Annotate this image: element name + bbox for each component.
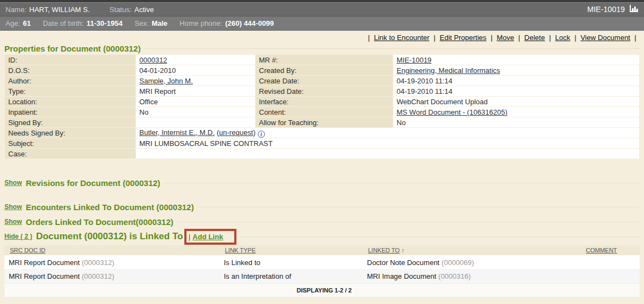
phone-label: Home phone: — [179, 19, 222, 27]
field-label-dos: D.O.S: — [5, 65, 135, 75]
allow-teaching-value: No — [393, 117, 639, 127]
signed-by-value — [136, 117, 255, 127]
field-label-author: Author: — [5, 76, 135, 86]
paren: ) — [253, 128, 255, 137]
col-comment[interactable]: COMMENT — [586, 247, 617, 254]
linked-to-doc-id: (0000316) — [438, 272, 471, 280]
divider — [241, 237, 640, 237]
needs-signed-by-link[interactable]: Butler, Internist E., M.D. — [139, 128, 214, 137]
field-label-create-date: Create Date: — [256, 76, 393, 86]
action-separator: | — [368, 33, 370, 42]
patient-phone: (260) 444-0099 — [225, 19, 274, 27]
field-label-interface: Interface: — [256, 97, 393, 106]
sex-label: Sex: — [134, 19, 149, 27]
location-value: Office — [136, 97, 255, 106]
table-row: ID: 0000312 MR #: MIE-10019 — [5, 55, 639, 65]
link-type: Is Linked to — [219, 256, 363, 269]
table-row: Case: — [5, 149, 639, 159]
lock-link[interactable]: Lock — [555, 33, 570, 42]
interface-value: WebChart Document Upload — [393, 97, 639, 106]
field-label-revised-date: Revised Date: — [256, 86, 393, 96]
content-link[interactable]: MS Word Document - (106316205) — [397, 108, 507, 116]
col-src-doc-id[interactable]: SRC DOC ID — [10, 247, 46, 254]
case-value — [136, 149, 639, 159]
action-separator: | — [549, 33, 551, 42]
patient-banner-row2: Age: 61 Date of birth: 11-30-1954 Sex: M… — [0, 16, 644, 31]
patient-age: 61 — [23, 19, 31, 27]
col-link-type[interactable]: LINK TYPE — [225, 247, 256, 254]
table-footer-row: DISPLAYING 1-2 / 2 — [4, 283, 640, 297]
patient-status: Active — [134, 5, 154, 14]
field-label-subject: Subject: — [5, 138, 135, 148]
section-linked-to: Hide ( 2 ) Document (0000312) is Linked … — [4, 228, 640, 245]
table-header-row: SRC DOC ID LINK TYPE LINKED TO↑ COMMENT — [4, 245, 640, 256]
patient-banner-row1: Name: HART, WILLIAM S. Status: Active MI… — [0, 2, 644, 16]
move-link[interactable]: Move — [496, 33, 514, 42]
dob-label: Date of birth: — [43, 19, 83, 27]
un-request-link[interactable]: un-request — [219, 128, 253, 137]
divider — [198, 207, 640, 207]
separator: | — [189, 233, 190, 241]
show-revisions-link[interactable]: Show — [4, 179, 22, 187]
table-row: Type: MRI Report Revised Date: 04-19-201… — [5, 86, 639, 96]
action-separator: | — [490, 33, 492, 42]
add-link-annotation-box: | Add Link — [184, 229, 236, 245]
view-document-link[interactable]: View Document — [580, 33, 630, 42]
create-date-value: 04-19-2010 11:14 — [393, 76, 639, 86]
encounters-title: Encounters Linked To Document (0000312) — [26, 202, 194, 212]
table-row: MRI Report Document (0000312) Is Linked … — [4, 256, 640, 269]
src-doc: MRI Report Document — [9, 272, 80, 280]
section-revisions: Show Revisions for Document (0000312) — [4, 178, 640, 188]
linked-to-doc: Doctor Note Document — [367, 258, 439, 267]
revised-date-value: 04-19-2010 11:14 — [393, 86, 639, 96]
hide-linked-link[interactable]: Hide ( 2 ) — [4, 233, 32, 240]
sort-ascending-icon[interactable]: ↑ — [402, 247, 405, 254]
field-label-needs-signed-by: Needs Signed By: — [5, 128, 135, 138]
field-label-location: Location: — [5, 97, 135, 106]
action-separator: | — [574, 33, 576, 42]
edit-properties-link[interactable]: Edit Properties — [440, 33, 487, 42]
delete-link[interactable]: Delete — [524, 33, 545, 42]
linked-to-doc: MRI Image Document — [367, 272, 436, 280]
type-value: MRI Report — [136, 86, 255, 96]
show-encounters-link[interactable]: Show — [4, 203, 22, 211]
comment — [580, 269, 640, 283]
divider — [165, 183, 640, 183]
author-link[interactable]: Sample, John M. — [139, 77, 193, 85]
table-row: Author: Sample, John M. Create Date: 04-… — [5, 76, 639, 86]
action-separator: | — [433, 33, 435, 42]
section-orders: Show Orders Linked To Document(0000312) — [4, 217, 640, 227]
name-label: Name: — [5, 5, 26, 14]
paging-status: DISPLAYING 1-2 / 2 — [4, 283, 640, 297]
table-row: Subject: MRI LUMBOSACRAL SPINE CONTRAST — [5, 138, 639, 148]
divider — [145, 48, 640, 49]
show-orders-link[interactable]: Show — [4, 218, 22, 226]
dos-value: 04-01-2010 — [136, 65, 255, 75]
field-label-allow-teaching: Allow for Teaching: — [256, 117, 393, 127]
properties-table: ID: 0000312 MR #: MIE-10019 D.O.S: 04-01… — [4, 54, 640, 159]
mr-number-link[interactable]: MIE-10019 — [397, 56, 432, 64]
table-row: D.O.S: 04-01-2010 Created By: Engineerin… — [5, 65, 639, 75]
comment — [580, 256, 640, 269]
created-by-link[interactable]: Engineering, Medical Informatics — [397, 66, 500, 75]
patient-mrn: MIE-10019 — [587, 5, 625, 14]
properties-title: Properties for Document (0000312) — [4, 44, 140, 53]
doc-id-link[interactable]: 0000312 — [139, 56, 167, 64]
field-label-case: Case: — [5, 149, 135, 159]
link-type: Is an Interpretation of — [219, 269, 363, 283]
field-label-created-by: Created By: — [256, 65, 393, 75]
src-doc-id: (0000312) — [82, 258, 114, 267]
info-icon[interactable]: i — [258, 131, 265, 138]
col-linked-to[interactable]: LINKED TO — [368, 247, 400, 254]
add-link-button[interactable]: Add Link — [193, 233, 223, 241]
revisions-title: Revisions for Document (0000312) — [26, 178, 160, 188]
table-row: Inpatient: No Content: MS Word Document … — [5, 107, 639, 117]
field-label-signed-by: Signed By: — [5, 117, 135, 127]
chart-icon[interactable] — [629, 4, 639, 14]
field-label-type: Type: — [5, 86, 135, 96]
action-separator: | — [635, 33, 636, 42]
link-to-encounter-link[interactable]: Link to Encounter — [374, 33, 430, 42]
src-doc-id: (0000312) — [82, 272, 114, 280]
document-action-bar: | Link to Encounter | Edit Properties | … — [4, 32, 640, 43]
linked-to-title: Document (0000312) is Linked To — [36, 231, 183, 242]
